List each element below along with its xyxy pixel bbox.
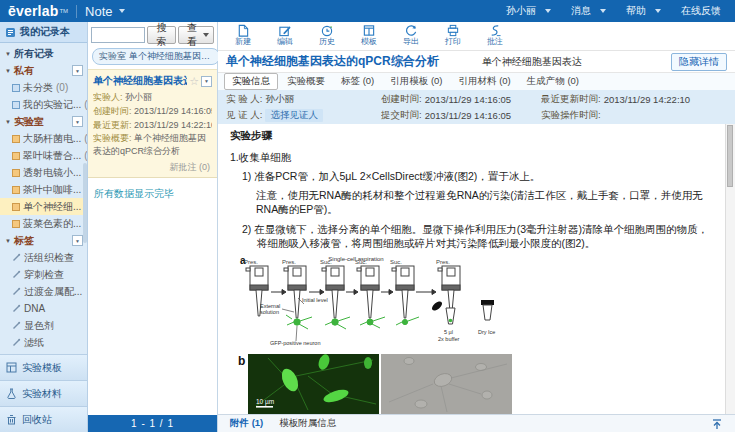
sidebar-section-private[interactable]: ▼ 私有 ▼ [0, 62, 87, 79]
info-operated: 实验操作时间: [541, 109, 727, 122]
sidebar-item-lab-5-selected[interactable]: 单个神经细... (1) [0, 198, 87, 215]
sidebar-bottom: 实验模板 实验材料 回收站 [0, 354, 87, 432]
experiment-document: 实验步骤 1.收集单细胞 1) 准备PCR管，加入5μL 2×CellsDire… [218, 124, 735, 414]
new-annotation-link[interactable]: 新批注 (0) [93, 158, 212, 175]
search-input[interactable] [91, 27, 145, 43]
tag-icon [12, 304, 21, 313]
help-label: 帮助 [626, 4, 646, 18]
sidebar-item-lab-4[interactable]: 茶叶中咖啡... (2) [0, 181, 87, 198]
sidebar-item-materials[interactable]: 实验材料 [0, 380, 87, 406]
notebook-square-icon [12, 101, 20, 109]
back-to-top-button[interactable] [711, 418, 723, 430]
sidebar-tag-4[interactable]: DNA [0, 300, 87, 317]
syringe-label-2: Pres. [282, 259, 296, 265]
sidebar-item-templates[interactable]: 实验模板 [0, 354, 87, 380]
experiment-card-selected[interactable]: 单个神经细胞基因表达... ☆ ▼ 实验人: 孙小丽 创建时间: 2013/11… [88, 69, 217, 178]
experiment-title[interactable]: 单个神经细胞基因表达... [93, 74, 187, 88]
select-witness-button[interactable]: 选择见证人 [265, 109, 323, 122]
section-menu-button[interactable]: ▼ [72, 116, 83, 127]
tab-referenced-templates[interactable]: 引用模板 (0) [383, 74, 449, 89]
sidebar-tag-1[interactable]: 活组织检查 [0, 249, 87, 266]
card-field-created: 创建时间: 2013/11/29 14:16:05 [93, 104, 212, 118]
hide-details-button[interactable]: 隐藏详情 [671, 53, 727, 71]
tab-generated-products[interactable]: 生成产物 (0) [520, 74, 586, 89]
tool-label: 导出 [403, 37, 419, 46]
section-menu-button[interactable]: ▼ [72, 65, 83, 76]
annotation-buffer-1: 5 µl [444, 329, 453, 335]
sidebar-item-lab-2[interactable]: 翠叶味蕾合... (7) [0, 147, 87, 164]
sidebar-scrollbar[interactable] [83, 163, 87, 243]
syringe-label-1: Pres. [244, 259, 258, 265]
document-scrollbar[interactable] [725, 124, 735, 414]
sidebar-tag-2[interactable]: 穿刺检查 [0, 266, 87, 283]
my-notebooks-header[interactable]: 我的记录本 [0, 22, 87, 43]
item-label: 菠菜色素的... [23, 217, 81, 231]
attachments-tab[interactable]: 附件 (1) [230, 417, 263, 430]
printer-icon [446, 24, 460, 37]
user-menu[interactable]: 孙小丽 [506, 4, 551, 18]
logo-divider [76, 5, 77, 18]
everlab-logo[interactable]: ēverlab [8, 3, 58, 19]
template-button[interactable]: 模板 [354, 24, 384, 46]
sidebar-item-lab-3[interactable]: 透射电镜小... (0) [0, 164, 87, 181]
chevron-down-icon [545, 9, 551, 13]
section-menu-button[interactable]: ▼ [72, 235, 83, 246]
detail-toolbar: 新建 编辑 历史 模板 导出 [218, 22, 735, 51]
sidebar-tag-5[interactable]: 显色剂 [0, 317, 87, 334]
info-value: 2013/11/29 14:16:05 [425, 110, 511, 121]
messages-menu[interactable]: 消息 [571, 4, 606, 18]
tag-icon [12, 270, 21, 279]
sidebar-section-laboratory[interactable]: ▼ 实验室 ▼ [0, 113, 87, 130]
sidebar-item-recycle-bin[interactable]: 回收站 [0, 406, 87, 432]
star-icon[interactable]: ☆ [189, 76, 199, 86]
annotate-button[interactable]: 批注 [480, 24, 510, 46]
pagination-bar[interactable]: 1 - 1 / 1 [88, 415, 217, 432]
sidebar-item-lab-6[interactable]: 菠菜色素的... (1) [0, 215, 87, 232]
new-button[interactable]: 新建 [228, 24, 258, 46]
chip-text: 单个神经细胞基因表达 [129, 50, 213, 63]
sidebar-section-all-records[interactable]: ▼ 所有记录 [0, 45, 87, 62]
edit-button[interactable]: 编辑 [270, 24, 300, 46]
sidebar-item-lab-1[interactable]: 大肠杆菌电... (5) [0, 130, 87, 147]
item-label: 大肠杆菌电... [23, 132, 81, 146]
export-button[interactable]: 导出 [396, 24, 426, 46]
sidebar-tag-3[interactable]: 过渡金属配... [0, 283, 87, 300]
filter-chip[interactable]: 实验室 单个神经细胞基因表达 [92, 48, 220, 65]
history-button[interactable]: 历史 [312, 24, 342, 46]
section-label: 实验室 [14, 115, 44, 129]
annotation-buffer-2: 2x buffer [438, 336, 459, 342]
item-label: 我的实验记... [23, 98, 81, 112]
field-label: 创建时间: [93, 106, 132, 116]
tab-referenced-materials[interactable]: 引用材料 (0) [452, 74, 518, 89]
sidebar-tag-6[interactable]: 滤纸 [0, 334, 87, 351]
sidebar-item-my-records[interactable]: 我的实验记... (1) [0, 96, 87, 113]
search-button[interactable]: 搜索 [147, 26, 176, 44]
help-menu[interactable]: 帮助 [626, 4, 661, 18]
field-value: 2013/11/29 14:22:10 [134, 120, 212, 130]
search-button-label: 搜索 [152, 21, 171, 49]
syringe-label-4: Suc. [355, 259, 367, 265]
item-label: 茶叶中咖啡... [23, 183, 81, 197]
info-label: 创建时间: [381, 93, 422, 106]
tab-experiment-info[interactable]: 实验信息 [224, 73, 278, 90]
notebook-square-icon [12, 220, 20, 228]
syringe-label-5: Suc. [390, 259, 402, 265]
field-value: 孙小丽 [125, 92, 152, 102]
scrollbar-thumb[interactable] [727, 125, 733, 187]
print-button[interactable]: 打印 [438, 24, 468, 46]
tab-experiment-summary[interactable]: 实验概要 [280, 74, 332, 89]
sidebar-item-uncategorized[interactable]: 未分类 (0) [0, 79, 87, 96]
sidebar-section-tags[interactable]: ▼ 标签 ▼ [0, 232, 87, 249]
template-info-tab[interactable]: 模板附属信息 [279, 417, 336, 430]
logo-area: ēverlab TM Note [0, 3, 223, 19]
detail-tabs: 实验信息 实验概要 标签 (0) 引用模板 (0) 引用材料 (0) 生成产物 … [218, 73, 735, 90]
micrograph-gfp-fluorescence: 10 µm [248, 354, 379, 414]
info-created: 创建时间:2013/11/29 14:16:05 [381, 93, 541, 106]
tab-tags[interactable]: 标签 (0) [334, 74, 381, 89]
product-switch-caret-icon[interactable] [119, 9, 125, 13]
card-field-experimenter: 实验人: 孙小丽 [93, 90, 212, 104]
card-menu-button[interactable]: ▼ [201, 76, 212, 87]
feedback-link[interactable]: 在线反馈 [681, 4, 721, 18]
view-button[interactable]: 查看 [178, 26, 214, 44]
micrograph-grid: 10 µm [248, 354, 512, 414]
